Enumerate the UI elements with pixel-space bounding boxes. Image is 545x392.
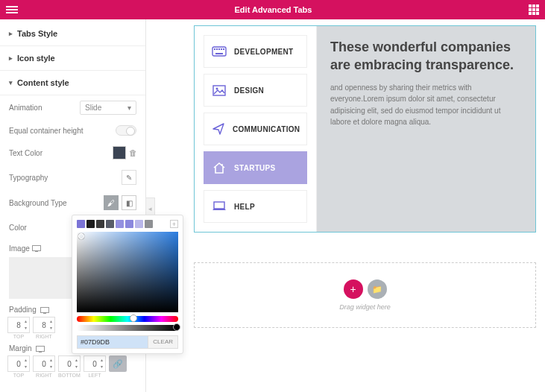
tab-content-title: These wonderful companies are embracing … [330,38,522,75]
padding-right-input[interactable]: 8▴▾ [33,317,55,333]
bg-type-gradient[interactable]: ◧ [122,195,136,210]
alpha-slider[interactable] [77,325,178,331]
caret-right-icon: ▸ [9,54,13,62]
trash-icon[interactable]: 🗑 [129,148,136,157]
hue-handle[interactable] [130,314,137,322]
margin-bottom-input[interactable]: 0▴▾ [58,355,81,372]
dropzone-label: Drag widget here [339,303,391,311]
responsive-icon[interactable] [36,346,45,352]
svg-rect-6 [215,53,223,54]
menu-icon[interactable] [6,6,18,13]
svg-rect-4 [221,48,222,50]
hex-input[interactable]: #07D9DB [78,336,148,348]
section-tabs-style[interactable]: ▸Tabs Style [0,22,145,46]
margin-right-input[interactable]: 0▴▾ [33,355,55,372]
padding-top-input[interactable]: 8▴▾ [7,317,30,333]
responsive-icon[interactable] [32,245,41,251]
animation-label: Animation [9,104,80,112]
svg-rect-1 [214,48,215,50]
preset-swatch[interactable] [145,220,153,228]
bg-type-classic[interactable]: 🖌 [104,195,119,210]
tab-item[interactable]: COMMUNICATION [204,113,307,145]
text-color-label: Text Color [9,149,113,157]
section-content-style[interactable]: ▾Content style [0,71,145,95]
typography-edit[interactable]: ✎ [122,170,136,185]
template-library-button[interactable]: 📁 [368,279,387,299]
bg-type-label: Background Type [9,199,104,207]
color-picker: + #07D9DB CLEAR [72,215,183,354]
keyboard-icon [212,44,227,59]
add-section-button[interactable]: + [344,279,363,299]
animation-select[interactable]: Slide▾ [80,101,136,115]
color-saturation-area[interactable] [77,232,178,312]
tab-label: STARTUPS [234,164,276,172]
preset-swatch[interactable] [86,220,95,228]
preset-swatch[interactable] [106,220,114,228]
tab-item[interactable]: DESIGN [204,74,307,107]
apps-icon[interactable] [529,4,539,15]
padding-label: Padding [9,306,37,314]
tab-item[interactable]: DEVELOPMENT [204,35,307,68]
responsive-icon[interactable] [40,307,49,313]
preset-swatch[interactable] [125,220,133,228]
typography-label: Typography [9,174,122,182]
tab-label: COMMUNICATION [233,125,300,133]
equal-height-label: Equal container height [9,127,116,135]
hue-slider[interactable] [77,316,178,322]
equal-height-toggle[interactable] [116,125,136,136]
advanced-tabs-widget[interactable]: DEVELOPMENTDESIGNCOMMUNICATIONSTARTUPSHE… [194,25,536,233]
laptop-icon [212,199,227,214]
home-icon [212,160,227,175]
svg-rect-9 [214,202,224,209]
caret-right-icon: ▸ [9,30,13,37]
svg-rect-3 [218,48,220,50]
tab-item[interactable]: HELP [204,190,307,223]
svg-rect-7 [213,86,225,95]
alpha-handle[interactable] [173,323,180,331]
tab-label: DESIGN [234,86,264,95]
margin-left-input[interactable]: 0▴▾ [84,355,106,372]
tab-label: HELP [234,203,255,211]
svg-point-8 [216,87,218,89]
section-icon-style[interactable]: ▸Icon style [0,46,145,71]
plane-icon [212,121,225,136]
panel-title: Edit Advanced Tabs [18,5,529,14]
preset-swatch[interactable] [77,220,85,228]
sv-cursor[interactable] [78,233,84,239]
margin-label: Margin [9,344,32,353]
svg-rect-5 [223,48,224,50]
caret-down-icon: ▾ [9,79,13,86]
link-values-button[interactable]: 🔗 [109,355,127,372]
tab-label: DEVELOPMENT [234,48,293,56]
chevron-down-icon: ▾ [127,104,131,112]
preset-swatch[interactable] [96,220,104,228]
text-color-swatch[interactable] [113,146,126,159]
preset-swatch[interactable] [116,220,124,228]
image-icon [212,83,227,98]
margin-top-input[interactable]: 0▴▾ [7,355,30,372]
add-preset-button[interactable]: + [170,220,178,228]
clear-button[interactable]: CLEAR [148,336,177,348]
tab-item[interactable]: STARTUPS [204,151,307,184]
preset-swatch[interactable] [135,220,143,228]
widget-dropzone[interactable]: + 📁 Drag widget here [194,262,536,328]
svg-rect-2 [216,48,218,50]
svg-rect-0 [212,47,226,56]
tab-content-body: and openness by sharing their metrics wi… [330,82,522,128]
